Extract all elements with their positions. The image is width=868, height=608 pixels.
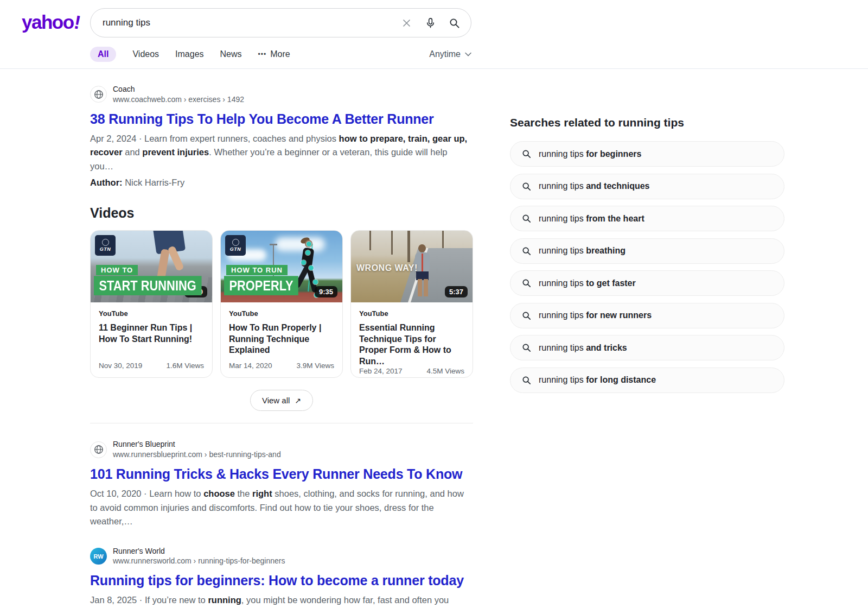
related-search-pill-2[interactable]: running tips and techniques — [510, 174, 784, 199]
pill-text: running tips for new runners — [539, 311, 652, 320]
globe-favicon-icon — [90, 86, 107, 103]
video-views: 1.6M Views — [166, 362, 204, 370]
result-title-link[interactable]: Running tips for beginners: How to becom… — [90, 573, 464, 588]
video-source: YouTube — [99, 309, 204, 318]
related-search-pill-3[interactable]: running tips from the heart — [510, 206, 784, 231]
more-dots-icon: ••• — [258, 50, 267, 58]
view-all-button[interactable]: View all ↗ — [250, 390, 313, 411]
search-icon[interactable] — [449, 17, 460, 29]
related-search-pill-7[interactable]: running tips and tricks — [510, 335, 784, 360]
clear-icon[interactable] — [401, 17, 412, 29]
gtn-channel-badge: GTN — [95, 235, 116, 256]
video-title: How To Run Properly | Running Technique … — [229, 322, 334, 356]
site-name: Runner's World — [113, 547, 285, 556]
tab-videos[interactable]: Videos — [132, 47, 159, 62]
search-icon — [522, 343, 531, 352]
pill-text: running tips and techniques — [539, 181, 650, 191]
result-site-row: Runner's Blueprint www.runnersblueprint.… — [90, 440, 473, 459]
pill-text: running tips and tricks — [539, 343, 627, 353]
search-result-1: Coach www.coachweb.com › exercises › 149… — [90, 85, 473, 188]
tab-images[interactable]: Images — [175, 47, 203, 62]
search-icon — [522, 182, 531, 191]
video-cards-row: GTN HOW TO START RUNNING 6:30 YouTube 11… — [90, 230, 473, 378]
pill-text: running tips to get faster — [539, 278, 636, 288]
related-search-pill-6[interactable]: running tips for new runners — [510, 303, 784, 328]
video-thumbnail-run-properly: GTN HOW TO RUN PROPERLY 9:35 — [221, 231, 342, 302]
duration-badge: 9:35 — [315, 286, 337, 297]
result-site-row: RW Runner's World www.runnersworld.com ›… — [90, 547, 473, 566]
tab-news[interactable]: News — [220, 47, 242, 62]
related-search-pill-1[interactable]: running tips for beginners — [510, 141, 784, 167]
duration-badge: 5:37 — [445, 286, 468, 297]
search-result-3: RW Runner's World www.runnersworld.com ›… — [90, 547, 473, 608]
search-input[interactable] — [103, 17, 401, 28]
pill-text: running tips from the heart — [539, 214, 644, 224]
related-searches-panel: Searches related to running tips running… — [510, 116, 784, 400]
results-column: Coach www.coachweb.com › exercises › 149… — [90, 85, 473, 608]
gtn-channel-badge: GTN — [225, 235, 246, 256]
thumbnail-overlay-main: START RUNNING — [94, 276, 201, 296]
thumbnail-overlay-main: WRONG WAY! — [356, 263, 418, 273]
thumbnail-overlay-top: HOW TO RUN — [226, 265, 288, 275]
site-name: Coach — [113, 85, 244, 94]
video-card-3[interactable]: WRONG WAY! 5:37 YouTube Essential Runnin… — [350, 230, 473, 378]
site-url: www.runnersworld.com › running-tips-for-… — [113, 556, 285, 566]
related-search-pill-4[interactable]: running tips breathing — [510, 238, 784, 264]
thumbnail-overlay-main: PROPERLY — [224, 276, 298, 296]
time-filter-dropdown[interactable]: Anytime — [429, 49, 471, 59]
pill-text: running tips for beginners — [539, 149, 641, 159]
chevron-down-icon — [465, 52, 471, 56]
pill-text: running tips for long distance — [539, 375, 656, 385]
related-search-pill-5[interactable]: running tips to get faster — [510, 270, 784, 296]
result-site-row: Coach www.coachweb.com › exercises › 149… — [90, 85, 473, 104]
search-icon — [522, 214, 531, 223]
site-url: www.coachweb.com › exercises › 1492 — [113, 94, 244, 104]
runners-world-favicon: RW — [90, 548, 107, 565]
video-thumbnail-wrong-way: WRONG WAY! 5:37 — [351, 231, 473, 302]
search-icon — [522, 376, 531, 385]
video-card-1[interactable]: GTN HOW TO START RUNNING 6:30 YouTube 11… — [90, 230, 213, 378]
result-snippet: Jan 8, 2025 · If you’re new to running, … — [90, 593, 470, 608]
video-date: Mar 14, 2020 — [229, 362, 272, 370]
section-divider — [90, 423, 473, 423]
site-name: Runner's Blueprint — [113, 440, 281, 449]
video-thumbnail-start-running: GTN HOW TO START RUNNING 6:30 — [91, 231, 212, 302]
video-views: 3.9M Views — [296, 362, 334, 370]
video-title: 11 Beginner Run Tips | How To Start Runn… — [99, 322, 204, 345]
arrow-up-right-icon: ↗ — [295, 396, 301, 405]
video-views: 4.5M Views — [426, 367, 464, 375]
author-line: Author: Nick Harris-Fry — [90, 178, 473, 188]
result-snippet: Oct 10, 2020 · Learn how to choose the r… — [90, 487, 470, 529]
pill-text: running tips breathing — [539, 246, 626, 256]
site-url: www.runnersblueprint.com › best-running-… — [113, 449, 281, 459]
search-icon — [522, 246, 531, 256]
video-title: Essential Running Technique Tips for Pro… — [359, 322, 464, 367]
result-title-link[interactable]: 101 Running Tricks & Hacks Every Runner … — [90, 466, 462, 482]
thumbnail-overlay-top: HOW TO — [96, 265, 138, 275]
header: yahoo! All Videos Images News ••• More A… — [0, 0, 868, 69]
search-tabs: All Videos Images News ••• More Anytime — [90, 47, 471, 62]
video-source: YouTube — [229, 309, 334, 318]
related-searches-heading: Searches related to running tips — [510, 116, 784, 129]
video-date: Feb 24, 2017 — [359, 367, 403, 375]
videos-section-heading: Videos — [90, 205, 473, 221]
tab-all[interactable]: All — [90, 47, 116, 62]
search-icon — [522, 149, 531, 159]
yahoo-logo[interactable]: yahoo! — [22, 11, 80, 33]
video-card-2[interactable]: GTN HOW TO RUN PROPERLY 9:35 YouTube How… — [220, 230, 343, 378]
search-result-2: Runner's Blueprint www.runnersblueprint.… — [90, 440, 473, 528]
video-date: Nov 30, 2019 — [99, 362, 142, 370]
result-title-link[interactable]: 38 Running Tips To Help You Become A Bet… — [90, 111, 434, 127]
search-bar — [90, 8, 471, 37]
video-source: YouTube — [359, 309, 464, 318]
more-tabs-button[interactable]: ••• More — [258, 47, 290, 62]
globe-favicon-icon — [90, 441, 107, 458]
result-snippet: Apr 2, 2024 · Learn from expert runners,… — [90, 132, 470, 174]
related-search-pill-8[interactable]: running tips for long distance — [510, 368, 784, 393]
search-icon — [522, 278, 531, 288]
search-icon — [522, 311, 531, 320]
microphone-icon[interactable] — [425, 17, 436, 29]
